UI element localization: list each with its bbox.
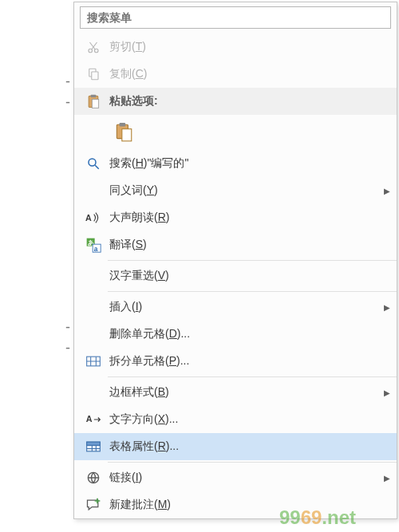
svg-rect-19 xyxy=(87,442,101,445)
svg-rect-5 xyxy=(91,95,97,97)
paste-icon xyxy=(79,93,108,109)
table-properties-icon xyxy=(79,439,108,454)
menu-item-insert[interactable]: 插入(I) ▶ xyxy=(74,294,397,321)
menu-item-border-styles[interactable]: 边框样式(B) ▶ xyxy=(74,379,397,406)
menu-item-reconvert[interactable]: 汉字重选(V) xyxy=(74,262,397,290)
paste-options-header: 粘贴选项: xyxy=(74,88,397,115)
read-aloud-icon: A xyxy=(79,211,108,225)
menu-item-translate[interactable]: あa 翻译(S) xyxy=(74,231,397,258)
menu-label: 拆分单元格(P)... xyxy=(108,354,397,368)
menu-separator xyxy=(108,291,397,292)
svg-text:A: A xyxy=(86,414,93,424)
menu-item-synonyms[interactable]: 同义词(Y) ▶ xyxy=(74,177,397,204)
menu-label: 大声朗读(R) xyxy=(108,211,397,225)
submenu-arrow-icon: ▶ xyxy=(377,388,397,397)
menu-label: 边框样式(B) xyxy=(108,385,377,400)
svg-text:a: a xyxy=(94,245,98,253)
svg-rect-8 xyxy=(120,123,126,126)
menu-label: 同义词(Y) xyxy=(108,183,377,198)
menu-separator xyxy=(108,462,397,463)
svg-rect-6 xyxy=(92,100,98,108)
submenu-arrow-icon: ▶ xyxy=(377,474,397,483)
menu-item-cut: 剪切(T) xyxy=(74,33,397,61)
document-cursor-marks: - - - - xyxy=(65,0,72,532)
paste-keep-source-button[interactable] xyxy=(109,118,138,147)
menu-separator xyxy=(108,260,397,261)
menu-item-new-comment[interactable]: 新建批注(M) xyxy=(74,491,397,518)
split-cells-icon xyxy=(79,354,108,368)
menu-search-box xyxy=(80,6,391,29)
menu-item-copy: 复制(C) xyxy=(74,61,397,88)
menu-label: 文字方向(X)... xyxy=(108,412,397,427)
new-comment-icon xyxy=(79,497,108,513)
menu-label: 新建批注(M) xyxy=(108,498,397,512)
menu-label: 链接(I) xyxy=(108,471,377,485)
menu-item-read-aloud[interactable]: A 大声朗读(R) xyxy=(74,204,397,231)
svg-text:A: A xyxy=(85,213,92,223)
translate-icon: あa xyxy=(79,237,108,253)
menu-label: 复制(C) xyxy=(108,67,397,81)
svg-rect-9 xyxy=(122,129,132,141)
menu-label: 汉字重选(V) xyxy=(108,269,397,283)
submenu-arrow-icon: ▶ xyxy=(377,303,397,312)
menu-item-search[interactable]: 搜索(H)"编写的" xyxy=(74,150,397,177)
paste-options-label: 粘贴选项: xyxy=(108,94,397,108)
menu-label: 剪切(T) xyxy=(108,40,397,54)
menu-search-input[interactable] xyxy=(81,7,390,28)
context-menu: 剪切(T) 复制(C) 粘贴选项: 搜索(H)"编写的" 同义词(Y) ▶ A xyxy=(73,2,397,519)
menu-label: 搜索(H)"编写的" xyxy=(108,156,397,171)
menu-item-table-properties[interactable]: 表格属性(R)... xyxy=(74,433,397,460)
menu-label: 表格属性(R)... xyxy=(108,439,397,454)
menu-label: 删除单元格(D)... xyxy=(108,327,397,341)
menu-item-text-direction[interactable]: A 文字方向(X)... xyxy=(74,406,397,433)
menu-label: 插入(I) xyxy=(108,300,377,314)
menu-separator xyxy=(108,376,397,377)
cut-icon xyxy=(79,40,108,54)
menu-item-split-cells[interactable]: 拆分单元格(P)... xyxy=(74,348,397,375)
menu-label: 翻译(S) xyxy=(108,238,397,252)
link-icon xyxy=(79,470,108,486)
menu-item-delete-cells[interactable]: 删除单元格(D)... xyxy=(74,321,397,348)
svg-rect-3 xyxy=(92,72,98,80)
submenu-arrow-icon: ▶ xyxy=(377,187,397,195)
menu-item-link[interactable]: 链接(I) ▶ xyxy=(74,464,397,491)
svg-point-10 xyxy=(89,159,96,166)
paste-options-row xyxy=(74,115,397,150)
search-icon xyxy=(79,156,108,171)
text-direction-icon: A xyxy=(79,412,108,427)
copy-icon xyxy=(79,67,108,81)
